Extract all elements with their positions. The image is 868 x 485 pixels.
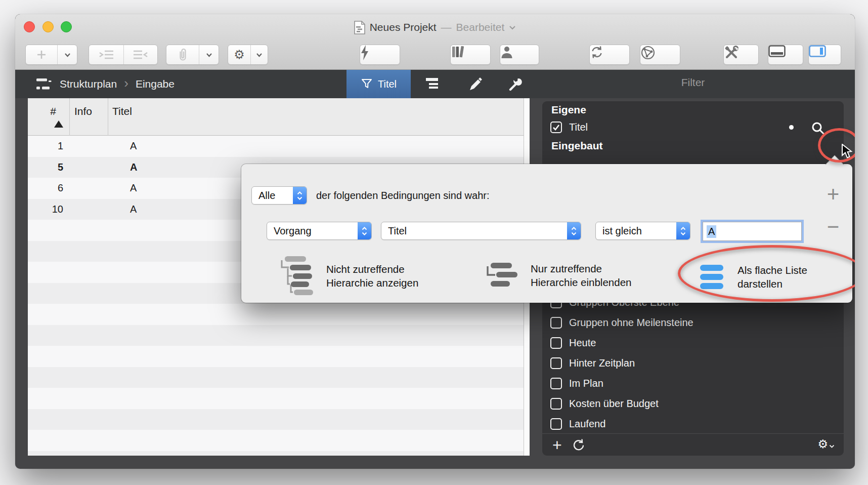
checkbox-unchecked[interactable] bbox=[550, 398, 562, 410]
library-button[interactable] bbox=[450, 45, 491, 65]
entity-select-value: Vorgang bbox=[267, 225, 358, 237]
inspector-button[interactable] bbox=[360, 45, 400, 65]
section-header-custom: Eigene bbox=[551, 104, 586, 116]
checkmark-icon bbox=[552, 124, 560, 131]
table-row[interactable]: 1 A bbox=[28, 136, 524, 157]
library-icon bbox=[451, 45, 466, 59]
brush-icon bbox=[469, 77, 483, 91]
filter-panel-title: Filter bbox=[542, 76, 844, 92]
value-input-text: A bbox=[707, 225, 716, 238]
checkbox-unchecked[interactable] bbox=[550, 378, 562, 389]
attachment-button[interactable] bbox=[166, 45, 199, 64]
window-title: Neues Projekt bbox=[370, 21, 437, 33]
outline-options-button[interactable] bbox=[420, 72, 447, 96]
filter-item-titel[interactable]: Titel bbox=[542, 116, 844, 138]
panel-bottom-bar: + ⚙ bbox=[542, 433, 844, 456]
filter-button-label: Titel bbox=[378, 78, 397, 90]
breadcrumb: Strukturplan › Eingabe bbox=[35, 70, 175, 98]
filter-item[interactable]: Kosten über Budget bbox=[542, 393, 844, 414]
title-chevron-down-icon[interactable] bbox=[509, 25, 516, 30]
screenshot-stage: Neues Projekt — Bearbeitet bbox=[0, 0, 868, 485]
add-button-group bbox=[25, 45, 77, 65]
add-condition-button[interactable]: + bbox=[821, 182, 845, 207]
lightning-icon bbox=[360, 45, 369, 60]
column-header-info[interactable]: Info bbox=[74, 105, 92, 117]
gear-menu-button[interactable] bbox=[250, 45, 268, 64]
option-label: Nur zutreffende Hierarchie einblenden bbox=[531, 262, 631, 289]
option-show-matching-hierarchy[interactable]: Nur zutreffende Hierarchie einblenden bbox=[484, 262, 631, 289]
add-menu-button[interactable] bbox=[57, 45, 77, 64]
filter-item[interactable]: Hinter Zeitplan bbox=[542, 352, 844, 374]
filter-item[interactable]: Im Plan bbox=[542, 373, 844, 394]
row-number: 6 bbox=[28, 182, 69, 194]
sort-ascending-icon bbox=[54, 120, 63, 128]
remove-condition-button[interactable]: − bbox=[821, 215, 845, 239]
attachment-icon bbox=[177, 48, 188, 62]
match-select-value: Alle bbox=[252, 190, 293, 201]
checkbox-unchecked[interactable] bbox=[550, 357, 562, 369]
operator-select-value: ist gleich bbox=[596, 225, 676, 237]
breadcrumb-root[interactable]: Strukturplan bbox=[60, 78, 117, 90]
filter-actions-menu[interactable]: ⚙ bbox=[817, 437, 835, 451]
breadcrumb-current[interactable]: Eingabe bbox=[136, 78, 175, 90]
filter-titel-button[interactable]: Titel bbox=[346, 70, 411, 98]
column-header-titel[interactable]: Titel bbox=[112, 105, 132, 117]
person-icon bbox=[500, 45, 513, 59]
outline-icon bbox=[425, 77, 442, 91]
toggle-bottom-panel-button[interactable] bbox=[768, 45, 803, 65]
option-label: Nicht zutreffende Hierarchie anzeigen bbox=[326, 262, 418, 290]
stepper-icon bbox=[293, 187, 307, 204]
filter-item-label: Hinter Zeitplan bbox=[569, 357, 635, 369]
section-header-builtin: Eingebaut bbox=[551, 140, 603, 152]
checkbox-checked[interactable] bbox=[550, 122, 562, 133]
attachment-menu-button[interactable] bbox=[199, 45, 219, 64]
tools-button[interactable] bbox=[723, 45, 759, 65]
stepper-icon bbox=[567, 222, 581, 239]
field-select[interactable]: Titel bbox=[381, 222, 581, 240]
value-input[interactable]: A bbox=[703, 222, 802, 241]
attachment-group bbox=[166, 45, 219, 65]
match-rule-label: der folgenden Bedingungen sind wahr: bbox=[316, 190, 489, 201]
wrench-icon bbox=[508, 76, 524, 92]
row-number: 10 bbox=[28, 204, 69, 215]
window-chrome-top: Neues Projekt — Bearbeitet bbox=[15, 14, 855, 70]
refresh-icon[interactable] bbox=[572, 438, 584, 452]
add-button[interactable] bbox=[26, 45, 57, 64]
chevron-down-icon bbox=[256, 53, 263, 57]
resources-button[interactable] bbox=[500, 45, 539, 65]
entity-select[interactable]: Vorgang bbox=[267, 222, 372, 240]
view-navbar: Strukturplan › Eingabe Titel bbox=[15, 70, 855, 98]
indent-group bbox=[89, 45, 158, 65]
match-select[interactable]: Alle bbox=[251, 186, 307, 205]
filter-item[interactable]: Gruppen ohne Meilensteine bbox=[542, 312, 844, 333]
view-settings-button[interactable] bbox=[503, 72, 529, 96]
indent-button[interactable] bbox=[89, 45, 123, 64]
option-show-nonmatching-hierarchy[interactable]: Nicht zutreffende Hierarchie anzeigen bbox=[277, 255, 418, 297]
filter-item-label: Heute bbox=[569, 337, 596, 349]
add-filter-button[interactable]: + bbox=[552, 437, 562, 453]
checkbox-unchecked[interactable] bbox=[550, 418, 562, 430]
add-icon bbox=[36, 50, 47, 60]
publish-button[interactable] bbox=[640, 45, 680, 65]
toggle-right-panel-button[interactable] bbox=[808, 45, 841, 65]
checkbox-unchecked[interactable] bbox=[550, 337, 562, 349]
outdent-button[interactable] bbox=[123, 45, 158, 64]
outdent-icon bbox=[132, 49, 149, 60]
settings-group: ⚙ bbox=[228, 45, 268, 65]
operator-select[interactable]: ist gleich bbox=[595, 222, 690, 240]
tools-icon bbox=[724, 45, 739, 60]
column-header-number[interactable]: # bbox=[43, 105, 63, 117]
sync-button[interactable] bbox=[589, 45, 630, 65]
filter-item-label: Laufend bbox=[569, 418, 605, 430]
row-number: 5 bbox=[28, 161, 69, 173]
gear-button[interactable]: ⚙ bbox=[228, 45, 250, 64]
format-brush-button[interactable] bbox=[463, 72, 489, 96]
network-globe-icon bbox=[640, 45, 656, 60]
filter-item-label: Im Plan bbox=[569, 378, 603, 389]
filter-item[interactable]: Laufend bbox=[542, 413, 844, 434]
checkbox-unchecked[interactable] bbox=[550, 317, 562, 329]
stepper-icon bbox=[676, 222, 690, 239]
breadcrumb-separator: › bbox=[124, 75, 128, 91]
chevron-down-icon bbox=[64, 53, 71, 57]
filter-item[interactable]: Heute bbox=[542, 332, 844, 353]
